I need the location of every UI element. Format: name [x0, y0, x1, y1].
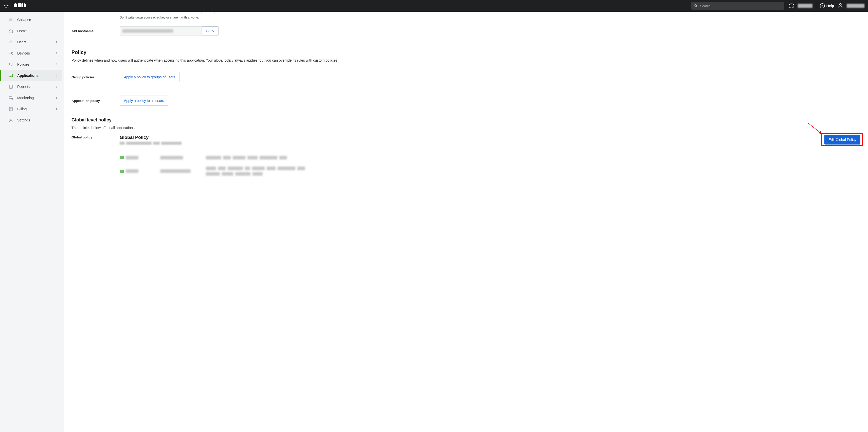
sidebar-item-billing[interactable]: Billing: [2, 103, 62, 115]
users-icon: [9, 40, 13, 44]
svg-rect-16: [9, 52, 12, 54]
policy-rule-row: [120, 163, 860, 179]
home-icon: [9, 29, 13, 33]
status-chip-icon: [120, 169, 124, 173]
group-policies-label: Group policies: [71, 75, 120, 79]
apply-app-policy-button[interactable]: Apply a policy to all users: [120, 96, 168, 106]
logo-group: CISCO: [4, 3, 26, 9]
global-policy-label: Global policy: [71, 135, 120, 139]
search-box[interactable]: [691, 2, 784, 10]
chevron-right-icon: [55, 73, 58, 78]
secret-key-hint: Don't write down your secret key or shar…: [120, 16, 860, 19]
secret-key-field-partial: [120, 12, 202, 14]
chevron-right-icon: [55, 40, 58, 44]
sidebar-item-label: Applications: [17, 73, 38, 78]
sidebar-item-devices[interactable]: Devices: [2, 48, 62, 59]
sidebar-item-label: Users: [17, 40, 27, 44]
applications-icon: [9, 73, 13, 78]
main-content: Don't write down your secret key or shar…: [64, 12, 868, 432]
svg-line-29: [12, 99, 13, 100]
sidebar-collapse-label: Collapse: [17, 18, 31, 22]
edit-global-policy-label: Edit Global Policy: [829, 138, 856, 142]
billing-icon: [9, 107, 13, 111]
sidebar-item-label: Home: [17, 29, 27, 33]
api-hostname-row: API hostname Copy: [71, 19, 860, 40]
chevron-right-icon: [55, 62, 58, 66]
chevron-right-icon: [55, 96, 58, 100]
help-link[interactable]: ? Help: [820, 3, 834, 8]
svg-rect-5: [22, 3, 23, 7]
topbar-right: ••• ? Help: [789, 3, 864, 9]
hamburger-icon: [9, 18, 13, 22]
reports-icon: [9, 85, 13, 89]
svg-line-7: [696, 6, 697, 7]
search-input[interactable]: [700, 4, 781, 8]
help-label: Help: [827, 4, 834, 8]
svg-point-12: [10, 41, 11, 42]
api-hostname-label: API hostname: [71, 29, 120, 33]
copy-button[interactable]: Copy: [202, 26, 219, 35]
sidebar-item-users[interactable]: Users: [2, 36, 62, 48]
svg-rect-0: [14, 3, 17, 7]
sidebar-item-applications[interactable]: Applications: [2, 70, 62, 81]
account-name-redacted: [798, 4, 812, 8]
svg-rect-27: [9, 96, 12, 99]
chat-icon[interactable]: •••: [789, 4, 794, 8]
sidebar-item-label: Settings: [17, 118, 30, 122]
status-chip-icon: [120, 156, 124, 159]
sidebar-item-reports[interactable]: Reports: [2, 81, 62, 92]
gear-icon: [9, 118, 13, 122]
policy-description: Policy defines when and how users will a…: [71, 58, 860, 62]
global-level-heading: Global level policy: [71, 117, 860, 123]
help-icon: ?: [820, 3, 825, 8]
cisco-logo: CISCO: [4, 4, 10, 8]
sidebar-item-settings[interactable]: Settings: [2, 115, 62, 126]
sidebar-item-label: Policies: [17, 62, 29, 66]
sidebar-item-monitoring[interactable]: Monitoring: [2, 92, 62, 103]
policy-heading: Policy: [71, 50, 860, 55]
topbar: CISCO ••• ? Help: [0, 0, 868, 12]
application-policy-label: Application policy: [71, 99, 120, 103]
svg-point-6: [694, 4, 696, 7]
cisco-text: CISCO: [4, 7, 9, 8]
divider: [816, 3, 816, 9]
global-policy-tags-redacted: [120, 142, 825, 145]
chevron-right-icon: [55, 107, 58, 111]
shield-icon: [9, 62, 13, 67]
chevron-right-icon: [55, 85, 58, 89]
global-policy-header: Global policy Global Policy Edit Global …: [71, 135, 860, 145]
svg-point-34: [10, 120, 12, 121]
devices-icon: [9, 51, 13, 56]
edit-global-policy-button[interactable]: Edit Global Policy: [825, 135, 860, 145]
global-policy-details-redacted: [120, 152, 860, 179]
global-level-description: The policies below affect all applicatio…: [71, 126, 860, 130]
sidebar-item-policies[interactable]: Policies: [2, 59, 62, 70]
section-divider: [71, 43, 860, 43]
sidebar: Collapse Home Users Devices Policies App…: [0, 12, 64, 432]
application-policy-row: Application policy Apply a policy to all…: [71, 89, 860, 110]
svg-point-8: [839, 4, 841, 5]
group-policies-row: Group policies Apply a policy to groups …: [71, 67, 860, 87]
chevron-right-icon: [55, 51, 58, 55]
sidebar-item-label: Monitoring: [17, 96, 34, 100]
sidebar-item-label: Billing: [17, 107, 27, 111]
sidebar-item-label: Devices: [17, 51, 30, 55]
duo-logo: [14, 3, 26, 9]
secret-key-copy-partial: [202, 12, 214, 14]
apply-group-policy-button[interactable]: Apply a policy to groups of users: [120, 72, 180, 82]
user-name-redacted: [847, 4, 864, 8]
sidebar-collapse[interactable]: Collapse: [2, 14, 62, 25]
monitoring-icon: [9, 96, 13, 100]
user-icon[interactable]: [838, 3, 843, 9]
sidebar-item-label: Reports: [17, 85, 30, 89]
sidebar-item-home[interactable]: Home: [2, 25, 62, 36]
search-icon: [694, 4, 698, 8]
global-policy-title: Global Policy: [120, 135, 825, 140]
svg-rect-2: [18, 6, 22, 7]
svg-rect-17: [12, 53, 13, 55]
policy-rule-row: [120, 152, 860, 163]
api-hostname-value-redacted: [120, 26, 202, 35]
